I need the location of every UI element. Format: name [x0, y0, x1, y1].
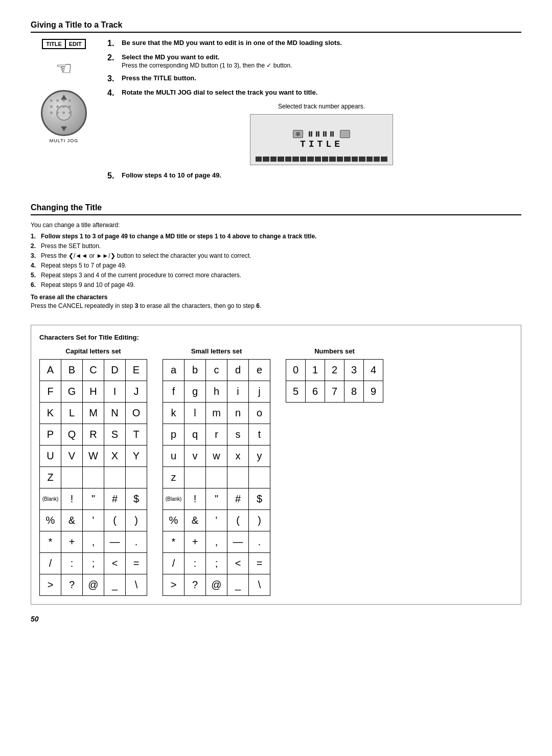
table-row: PQRST: [40, 424, 147, 446]
char-cell: *: [163, 531, 185, 553]
char-cell: #: [104, 488, 126, 510]
erase-section: To erase all the characters Press the CA…: [31, 294, 521, 309]
changing-step-6: 6. Repeat steps 9 and 10 of page 49.: [31, 281, 521, 288]
char-cell: %: [40, 510, 61, 531]
char-cell: M: [83, 403, 104, 424]
track-seg: [337, 157, 343, 162]
char-cell: +: [61, 531, 83, 553]
table-row: Z: [40, 467, 147, 488]
step-5: 5. Follow steps 4 to 10 of page 49.: [107, 171, 521, 181]
char-cell: B: [61, 360, 83, 381]
char-cell: E: [126, 360, 147, 381]
track-seg: [263, 157, 269, 162]
display-section: Selected track number appears. ▐▌▐▌▐▌▐▌: [122, 103, 521, 165]
char-cell: u: [163, 446, 185, 467]
table-row: *+,—.: [163, 531, 270, 553]
char-cell: ": [83, 488, 104, 510]
char-cell: ?: [61, 574, 83, 596]
char-cell: ;: [83, 553, 104, 574]
left-images: TITLE EDIT ☜: [31, 39, 97, 191]
char-cell: =: [126, 553, 147, 574]
char-cell: <: [104, 553, 126, 574]
char-cell: p: [163, 424, 185, 446]
char-cell: [83, 467, 104, 488]
char-cell: ): [126, 510, 147, 531]
char-cell: 9: [364, 381, 383, 403]
char-cell: ;: [206, 553, 227, 574]
char-cell: V: [61, 446, 83, 467]
char-cell: d: [227, 360, 249, 381]
display-caption: Selected track number appears.: [122, 103, 521, 110]
char-cell: .: [126, 531, 147, 553]
char-cell: !: [185, 488, 206, 510]
numbers-table: 01234 56789: [286, 359, 383, 403]
step-1-main: Be sure that the MD you want to edit is …: [122, 39, 342, 47]
char-cell: &: [61, 510, 83, 531]
step-5-content: Follow steps 4 to 10 of page 49.: [122, 171, 521, 179]
changing-step-4-num: 4.: [31, 262, 38, 269]
char-cell: \: [126, 574, 147, 596]
steps-area: 1. Be sure that the MD you want to edit …: [107, 39, 521, 191]
changing-step-2-text: Press the SET button.: [41, 242, 101, 250]
jog-dial: [41, 90, 87, 136]
char-cell: L: [61, 403, 83, 424]
display-icon-inner: [296, 132, 300, 136]
page-container: Giving a Title to a Track TITLE EDIT ☜: [31, 20, 521, 623]
char-cell: Z: [40, 467, 61, 488]
track-seg: [256, 157, 262, 162]
char-cell: .: [249, 531, 270, 553]
char-cell: i: [227, 381, 249, 403]
step-2-main: Select the MD you want to edit.: [122, 53, 521, 61]
changing-step-6-num: 6.: [31, 281, 38, 288]
dot: [68, 99, 71, 102]
char-cell: b: [185, 360, 206, 381]
jog-dial-container: MULTI JOG: [41, 90, 87, 143]
step-2-number: 2.: [107, 53, 118, 62]
char-cell: W: [83, 446, 104, 467]
char-cell: k: [163, 403, 185, 424]
char-cell: x: [227, 446, 249, 467]
char-cell: ?: [185, 574, 206, 596]
section-changing-title-row: Changing the Title: [31, 203, 521, 215]
table-row: (Blank)!"#$: [40, 488, 147, 510]
jog-label: MULTI JOG: [50, 138, 78, 143]
char-cell: I: [104, 381, 126, 403]
char-cell: ": [206, 488, 227, 510]
display-icons-row: ▐▌▐▌▐▌▐▌: [293, 130, 350, 138]
char-cell: 0: [286, 360, 306, 381]
char-cell: t: [249, 424, 270, 446]
step-2: 2. Select the MD you want to edit. Press…: [107, 53, 521, 69]
changing-step-4: 4. Repeat steps 5 to 7 of page 49.: [31, 262, 521, 269]
char-cell: [61, 467, 83, 488]
char-cell: J: [126, 381, 147, 403]
char-cell: r: [206, 424, 227, 446]
char-cell: 8: [344, 381, 364, 403]
char-cell: 3: [344, 360, 364, 381]
changing-step-5-num: 5.: [31, 272, 38, 279]
track-seg: [352, 157, 358, 162]
display-title-text: TITLE: [300, 139, 343, 149]
char-cell: /: [163, 553, 185, 574]
char-cell: <: [227, 553, 249, 574]
step-5-main: Follow steps 4 to 10 of page 49.: [122, 171, 221, 179]
char-cell: G: [61, 381, 83, 403]
table-row: abcde: [163, 360, 270, 381]
char-cell: —: [104, 531, 126, 553]
changing-step-2: 2. Press the SET button.: [31, 242, 521, 250]
erase-title: To erase all the characters: [31, 294, 521, 301]
char-cell: @: [83, 574, 104, 596]
step-1-content: Be sure that the MD you want to edit is …: [122, 39, 521, 47]
char-cell: \: [249, 574, 270, 596]
char-cell: A: [40, 360, 61, 381]
table-row: %&'(): [40, 510, 147, 531]
changing-step-6-text: Repeat steps 9 and 10 of page 49.: [41, 281, 135, 288]
dot: [56, 112, 59, 114]
step-4-content: Rotate the MULTI JOG dial to select the …: [122, 88, 521, 96]
dot-grid: [50, 99, 73, 122]
char-cell: Q: [61, 424, 83, 446]
table-row: UVWXY: [40, 446, 147, 467]
changing-step-1-num: 1.: [31, 233, 38, 240]
dot: [50, 99, 53, 102]
step-5-number: 5.: [107, 171, 118, 181]
char-cell: 5: [286, 381, 306, 403]
